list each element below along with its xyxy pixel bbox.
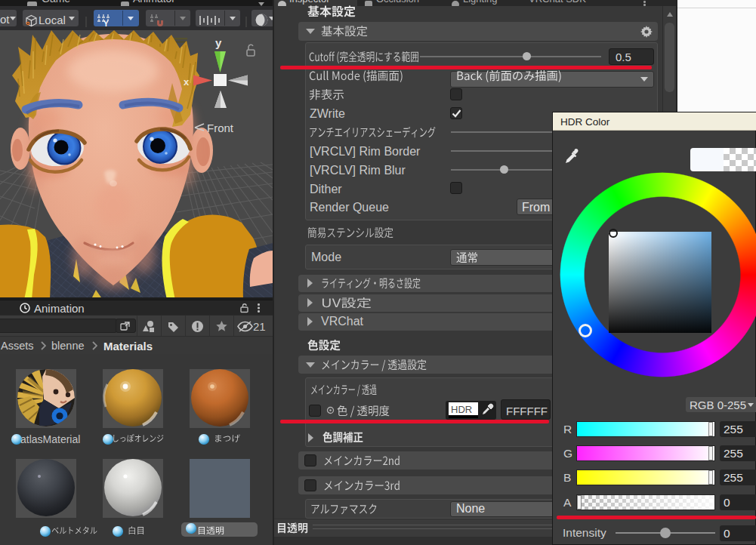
svg-text:x: x [184, 76, 190, 88]
svg-text:y: y [215, 36, 222, 49]
svg-text:Front: Front [207, 122, 234, 134]
svg-text:Y: Y [103, 20, 109, 27]
